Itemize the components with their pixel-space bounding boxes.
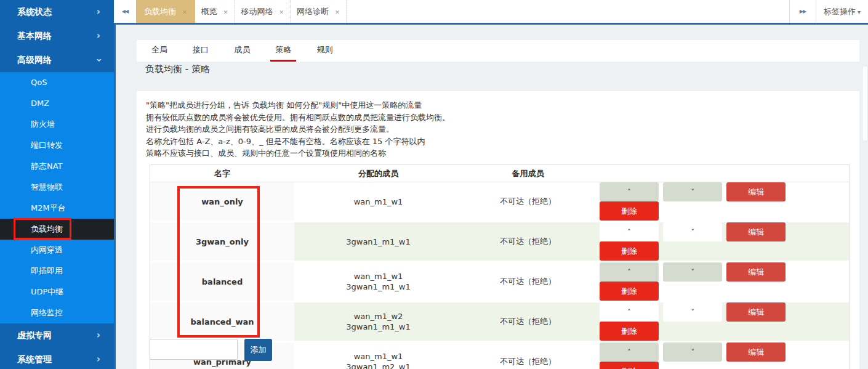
tab-network-diagnosis[interactable]: 网络诊断 ✕	[291, 0, 347, 23]
caret-down-icon: ▾	[858, 9, 861, 15]
scrollbar-thumb[interactable]	[862, 65, 868, 142]
sidebar-item-plug-and-play[interactable]: 即插即用	[0, 261, 114, 282]
sidebar-item-label: 系统状态	[17, 7, 52, 17]
sidebar-item-label: 高级网络	[17, 55, 52, 65]
close-icon[interactable]: ✕	[279, 9, 284, 15]
tab-label: 移动网络	[241, 7, 273, 16]
sidebar-item-system-management[interactable]: 系统管理 ›	[0, 347, 114, 369]
member-line: 3gwan1_m1_w1	[294, 237, 462, 247]
member-line: wan_m1_w1	[294, 271, 462, 282]
sidebar-item-label: 系统管理	[17, 354, 52, 364]
subtab-member[interactable]: 成员	[229, 40, 255, 62]
chevron-right-icon: ›	[97, 323, 100, 347]
new-policy-name-input[interactable]	[150, 339, 238, 360]
member-line: 3gwan1_m1_w1	[294, 282, 462, 292]
policy-backup: 不可达（拒绝）	[462, 343, 593, 369]
sidebar-item-vpn[interactable]: 虚拟专网 ›	[0, 323, 114, 347]
tab-bar: ◀◀ 负载均衡 ✕ 概览 ✕ 移动网络 ✕ 网络诊断 ✕ ▶▶ 标签操作▾	[114, 0, 868, 25]
edit-button[interactable]: 编辑	[726, 222, 786, 241]
table-row: 3gwan_only 3gwan1_m1_w1 不可达（拒绝） ˄ ˅ 编辑 删…	[150, 222, 849, 262]
page-title: 负载均衡 - 策略	[145, 63, 210, 75]
sidebar-item-system-status[interactable]: 系统状态 ›	[0, 0, 114, 24]
policy-name: 3gwan_only	[150, 222, 294, 262]
table-row: wan_only wan_m1_w1 不可达（拒绝） ˄ ˅ 编辑 删除	[150, 182, 849, 222]
sidebar-item-dmz[interactable]: DMZ	[0, 93, 114, 114]
sidebar-item-basic-network[interactable]: 基本网络 ›	[0, 24, 114, 48]
subtab-bar: 全局 接口 成员 策略 规则	[137, 40, 859, 62]
sidebar: 系统状态 › 基本网络 › 高级网络 › QoS DMZ 防火墙 端口转发 静态…	[0, 0, 114, 369]
policy-description: "策略"把成员进行分组，告诉 负载均衡 如何分配"规则"中使用这一策略的流量 拥…	[146, 99, 450, 160]
tab-mobile-network[interactable]: 移动网络 ✕	[235, 0, 291, 23]
move-down-button[interactable]: ˅	[663, 222, 722, 241]
sidebar-item-intranet-penetration[interactable]: 内网穿透	[0, 240, 114, 261]
chevron-right-icon: ›	[97, 24, 100, 48]
move-down-button[interactable]: ˅	[663, 302, 722, 322]
close-icon[interactable]: ✕	[335, 9, 340, 15]
tab-load-balancing[interactable]: 负载均衡 ✕	[136, 0, 195, 23]
policy-actions: ˄ ˅ 编辑 删除	[593, 182, 849, 222]
edit-button[interactable]: 编辑	[726, 302, 786, 322]
member-line: wan_m1_w1	[294, 197, 462, 207]
tab-operations-dropdown[interactable]: 标签操作▾	[816, 0, 868, 23]
sidebar-item-load-balancing[interactable]: 负载均衡	[0, 219, 114, 240]
sidebar-item-m2m-platform[interactable]: M2M平台	[0, 198, 114, 219]
tab-overview[interactable]: 概览 ✕	[195, 0, 235, 23]
policy-panel: "策略"把成员进行分组，告诉 负载均衡 如何分配"规则"中使用这一策略的流量 拥…	[137, 91, 859, 369]
sidebar-item-network-monitor[interactable]: 网络监控	[0, 302, 114, 323]
policy-backup: 不可达（拒绝）	[462, 302, 593, 343]
close-icon[interactable]: ✕	[223, 9, 228, 15]
sidebar-item-smart-iot[interactable]: 智慧物联	[0, 177, 114, 198]
column-header-actions	[593, 165, 849, 182]
delete-button[interactable]: 删除	[600, 201, 659, 221]
scroll-tabs-left-button[interactable]: ◀◀	[114, 0, 136, 23]
sidebar-item-advanced-network[interactable]: 高级网络 ›	[0, 48, 114, 72]
subtab-policy[interactable]: 策略	[270, 40, 296, 62]
chevron-down-icon: ›	[97, 48, 100, 72]
scroll-tabs-right-button[interactable]: ▶▶	[789, 0, 816, 23]
delete-button[interactable]: 删除	[600, 282, 659, 301]
move-up-button[interactable]: ˄	[600, 262, 659, 282]
delete-button[interactable]: 删除	[600, 362, 659, 369]
move-down-button[interactable]: ˅	[663, 182, 722, 201]
close-icon[interactable]: ✕	[182, 9, 187, 15]
sidebar-item-port-forward[interactable]: 端口转发	[0, 135, 114, 156]
policy-members: 3gwan1_m1_w1	[294, 222, 462, 262]
description-line: 进行负载均衡的成员之间拥有较高比重的成员将会被分配到更多流量。	[146, 123, 450, 136]
add-button[interactable]: 添加	[244, 339, 272, 361]
policy-name: balanced	[150, 262, 294, 302]
policy-backup: 不可达（拒绝）	[462, 222, 593, 262]
edit-button[interactable]: 编辑	[726, 262, 786, 282]
policy-name: balanced_wan	[150, 302, 294, 343]
move-up-button[interactable]: ˄	[600, 222, 659, 241]
sidebar-item-label: 虚拟专网	[17, 330, 52, 340]
tab-label: 网络诊断	[297, 7, 329, 16]
sidebar-item-udp-relay[interactable]: UDP中继	[0, 282, 114, 302]
subtab-rule[interactable]: 规则	[311, 40, 337, 62]
policy-backup: 不可达（拒绝）	[462, 262, 593, 302]
move-up-button[interactable]: ˄	[600, 182, 659, 201]
move-up-button[interactable]: ˄	[600, 302, 659, 322]
description-line: 策略不应该与接口、成员、规则中的任意一个设置项使用相同的名称	[146, 147, 450, 160]
double-chevron-right-icon: ▶▶	[800, 9, 806, 14]
sidebar-item-firewall[interactable]: 防火墙	[0, 114, 114, 135]
edit-button[interactable]: 编辑	[726, 343, 786, 362]
description-line: 名称允许包括 A-Z、a-z、0-9、_ 但是不能有空格。名称应该在 15 个字…	[146, 136, 450, 148]
column-header-members: 分配的成员	[294, 165, 462, 182]
delete-button[interactable]: 删除	[600, 241, 659, 261]
subtab-interface[interactable]: 接口	[188, 40, 214, 62]
sidebar-item-static-nat[interactable]: 静态NAT	[0, 156, 114, 177]
policy-actions: ˄ ˅ 编辑 删除	[593, 262, 849, 302]
edit-button[interactable]: 编辑	[726, 182, 786, 201]
table-row: balanced_wan wan_m1_w2 3gwan1_m1_w1 不可达（…	[150, 302, 849, 343]
move-down-button[interactable]: ˅	[663, 262, 722, 282]
move-up-button[interactable]: ˄	[600, 343, 659, 362]
policy-name: wan_only	[150, 182, 294, 222]
policy-members: wan_m1_w2 3gwan1_m1_w1	[294, 302, 462, 343]
tab-operations-label: 标签操作	[824, 7, 856, 16]
sidebar-item-qos[interactable]: QoS	[0, 72, 114, 93]
subtab-global[interactable]: 全局	[147, 40, 172, 62]
delete-button[interactable]: 删除	[600, 322, 659, 341]
move-down-button[interactable]: ˅	[663, 343, 722, 362]
chevron-right-icon: ›	[97, 347, 100, 369]
member-line: 3gwan1_m1_w1	[294, 322, 462, 332]
